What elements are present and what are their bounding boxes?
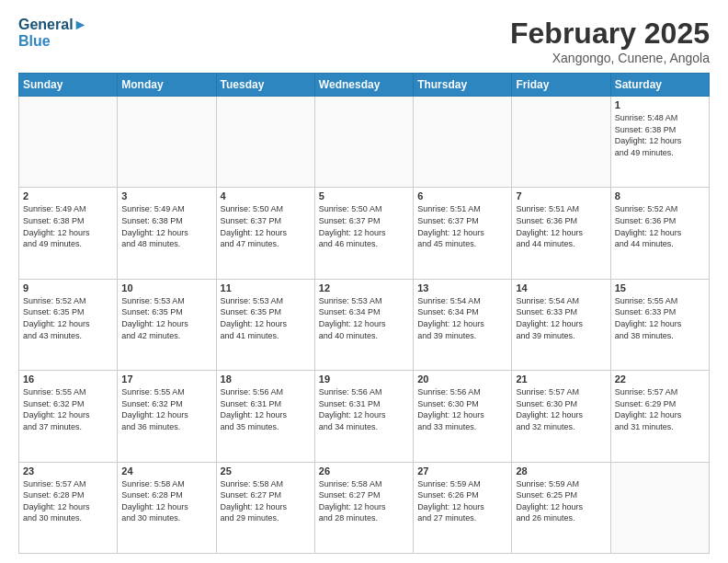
day-number: 19: [319, 373, 409, 385]
day-info: Sunrise: 5:58 AM Sunset: 6:28 PM Dayligh…: [121, 478, 211, 524]
day-info: Sunrise: 5:58 AM Sunset: 6:27 PM Dayligh…: [319, 478, 409, 524]
calendar-cell: 25Sunrise: 5:58 AM Sunset: 6:27 PM Dayli…: [216, 462, 314, 553]
day-info: Sunrise: 5:57 AM Sunset: 6:29 PM Dayligh…: [615, 386, 705, 432]
day-number: 7: [516, 190, 606, 201]
calendar-cell: 28Sunrise: 5:59 AM Sunset: 6:25 PM Dayli…: [512, 462, 610, 553]
day-number: 15: [615, 282, 705, 293]
day-info: Sunrise: 5:55 AM Sunset: 6:33 PM Dayligh…: [615, 295, 705, 341]
day-number: 20: [417, 373, 507, 385]
calendar-cell: 6Sunrise: 5:51 AM Sunset: 6:37 PM Daylig…: [414, 188, 512, 279]
day-info: Sunrise: 5:54 AM Sunset: 6:34 PM Dayligh…: [417, 295, 507, 341]
day-info: Sunrise: 5:52 AM Sunset: 6:35 PM Dayligh…: [23, 295, 113, 341]
day-number: 13: [417, 282, 507, 293]
calendar-cell: 3Sunrise: 5:49 AM Sunset: 6:38 PM Daylig…: [118, 188, 216, 279]
day-info: Sunrise: 5:50 AM Sunset: 6:37 PM Dayligh…: [319, 203, 409, 249]
location: Xangongo, Cunene, Angola: [510, 51, 710, 65]
calendar-cell: 12Sunrise: 5:53 AM Sunset: 6:34 PM Dayli…: [314, 279, 413, 370]
day-number: 26: [319, 465, 409, 477]
weekday-header: Thursday: [414, 74, 512, 97]
day-number: 18: [221, 373, 311, 385]
day-number: 3: [121, 190, 211, 201]
calendar-cell: 26Sunrise: 5:58 AM Sunset: 6:27 PM Dayli…: [314, 462, 413, 553]
calendar-cell: [19, 97, 118, 188]
calendar-cell: 14Sunrise: 5:54 AM Sunset: 6:33 PM Dayli…: [512, 279, 610, 370]
weekday-header: Wednesday: [314, 74, 413, 97]
day-number: 22: [615, 373, 705, 385]
day-info: Sunrise: 5:48 AM Sunset: 6:38 PM Dayligh…: [615, 112, 705, 158]
weekday-header: Sunday: [19, 74, 118, 97]
calendar-week-row: 2Sunrise: 5:49 AM Sunset: 6:38 PM Daylig…: [19, 188, 710, 279]
title-block: February 2025 Xangongo, Cunene, Angola: [510, 17, 710, 65]
day-info: Sunrise: 5:57 AM Sunset: 6:30 PM Dayligh…: [516, 386, 606, 432]
day-number: 25: [221, 465, 311, 477]
day-number: 21: [516, 373, 606, 385]
calendar-week-row: 1Sunrise: 5:48 AM Sunset: 6:38 PM Daylig…: [19, 97, 710, 188]
calendar-cell: 7Sunrise: 5:51 AM Sunset: 6:36 PM Daylig…: [512, 188, 610, 279]
calendar-cell: 9Sunrise: 5:52 AM Sunset: 6:35 PM Daylig…: [19, 279, 118, 370]
weekday-header: Saturday: [610, 74, 709, 97]
weekday-header: Tuesday: [216, 74, 314, 97]
calendar-cell: 1Sunrise: 5:48 AM Sunset: 6:38 PM Daylig…: [610, 97, 709, 188]
day-info: Sunrise: 5:53 AM Sunset: 6:35 PM Dayligh…: [221, 295, 311, 341]
day-number: 24: [121, 465, 211, 477]
calendar-cell: 8Sunrise: 5:52 AM Sunset: 6:36 PM Daylig…: [610, 188, 709, 279]
calendar-cell: 17Sunrise: 5:55 AM Sunset: 6:32 PM Dayli…: [118, 371, 216, 462]
day-info: Sunrise: 5:53 AM Sunset: 6:35 PM Dayligh…: [121, 295, 211, 341]
day-info: Sunrise: 5:59 AM Sunset: 6:26 PM Dayligh…: [417, 478, 507, 524]
calendar-cell: 21Sunrise: 5:57 AM Sunset: 6:30 PM Dayli…: [512, 371, 610, 462]
logo: General► Blue: [18, 17, 87, 49]
day-info: Sunrise: 5:59 AM Sunset: 6:25 PM Dayligh…: [516, 478, 606, 524]
calendar-cell: 10Sunrise: 5:53 AM Sunset: 6:35 PM Dayli…: [118, 279, 216, 370]
day-number: 9: [23, 282, 113, 293]
calendar-week-row: 16Sunrise: 5:55 AM Sunset: 6:32 PM Dayli…: [19, 371, 710, 462]
day-number: 6: [417, 190, 507, 201]
calendar-cell: 23Sunrise: 5:57 AM Sunset: 6:28 PM Dayli…: [19, 462, 118, 553]
calendar-cell: 15Sunrise: 5:55 AM Sunset: 6:33 PM Dayli…: [610, 279, 709, 370]
day-number: 8: [615, 190, 705, 201]
day-info: Sunrise: 5:49 AM Sunset: 6:38 PM Dayligh…: [121, 203, 211, 249]
day-info: Sunrise: 5:55 AM Sunset: 6:32 PM Dayligh…: [121, 386, 211, 432]
month-title: February 2025: [510, 17, 710, 51]
calendar-cell: 13Sunrise: 5:54 AM Sunset: 6:34 PM Dayli…: [414, 279, 512, 370]
calendar-cell: 5Sunrise: 5:50 AM Sunset: 6:37 PM Daylig…: [314, 188, 413, 279]
day-number: 12: [319, 282, 409, 293]
day-info: Sunrise: 5:57 AM Sunset: 6:28 PM Dayligh…: [23, 478, 113, 524]
weekday-header: Friday: [512, 74, 610, 97]
calendar-week-row: 9Sunrise: 5:52 AM Sunset: 6:35 PM Daylig…: [19, 279, 710, 370]
calendar-cell: [512, 97, 610, 188]
day-number: 11: [221, 282, 311, 293]
day-info: Sunrise: 5:56 AM Sunset: 6:30 PM Dayligh…: [417, 386, 507, 432]
header: General► Blue February 2025 Xangongo, Cu…: [18, 17, 710, 65]
calendar-cell: [118, 97, 216, 188]
day-info: Sunrise: 5:56 AM Sunset: 6:31 PM Dayligh…: [221, 386, 311, 432]
day-info: Sunrise: 5:58 AM Sunset: 6:27 PM Dayligh…: [221, 478, 311, 524]
day-number: 16: [23, 373, 113, 385]
day-number: 2: [23, 190, 113, 201]
day-info: Sunrise: 5:51 AM Sunset: 6:37 PM Dayligh…: [417, 203, 507, 249]
day-number: 10: [121, 282, 211, 293]
page: General► Blue February 2025 Xangongo, Cu…: [0, 0, 728, 563]
day-number: 28: [516, 465, 606, 477]
calendar-cell: 4Sunrise: 5:50 AM Sunset: 6:37 PM Daylig…: [216, 188, 314, 279]
calendar-cell: 24Sunrise: 5:58 AM Sunset: 6:28 PM Dayli…: [118, 462, 216, 553]
calendar-cell: 11Sunrise: 5:53 AM Sunset: 6:35 PM Dayli…: [216, 279, 314, 370]
day-number: 23: [23, 465, 113, 477]
calendar-cell: 18Sunrise: 5:56 AM Sunset: 6:31 PM Dayli…: [216, 371, 314, 462]
calendar-cell: 27Sunrise: 5:59 AM Sunset: 6:26 PM Dayli…: [414, 462, 512, 553]
day-info: Sunrise: 5:52 AM Sunset: 6:36 PM Dayligh…: [615, 203, 705, 249]
day-info: Sunrise: 5:56 AM Sunset: 6:31 PM Dayligh…: [319, 386, 409, 432]
calendar-cell: 16Sunrise: 5:55 AM Sunset: 6:32 PM Dayli…: [19, 371, 118, 462]
day-number: 4: [221, 190, 311, 201]
day-number: 17: [121, 373, 211, 385]
calendar-table: SundayMondayTuesdayWednesdayThursdayFrid…: [18, 73, 710, 554]
day-info: Sunrise: 5:50 AM Sunset: 6:37 PM Dayligh…: [221, 203, 311, 249]
day-info: Sunrise: 5:55 AM Sunset: 6:32 PM Dayligh…: [23, 386, 113, 432]
day-info: Sunrise: 5:49 AM Sunset: 6:38 PM Dayligh…: [23, 203, 113, 249]
day-number: 1: [615, 99, 705, 110]
calendar-cell: [314, 97, 413, 188]
calendar-cell: [610, 462, 709, 553]
calendar-cell: 2Sunrise: 5:49 AM Sunset: 6:38 PM Daylig…: [19, 188, 118, 279]
weekday-header: Monday: [118, 74, 216, 97]
day-number: 27: [417, 465, 507, 477]
calendar-week-row: 23Sunrise: 5:57 AM Sunset: 6:28 PM Dayli…: [19, 462, 710, 553]
